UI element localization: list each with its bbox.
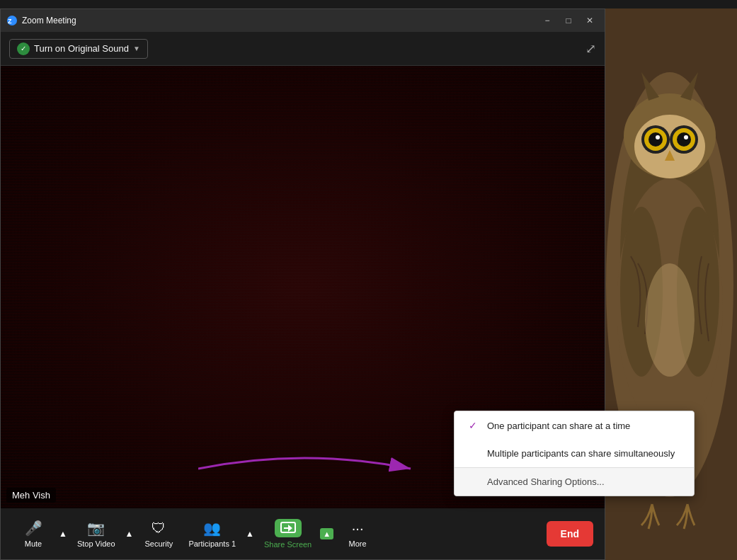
svg-point-13 xyxy=(656,135,660,139)
context-menu-item-advanced[interactable]: Advanced Sharing Options... xyxy=(455,468,694,496)
desktop-taskbar xyxy=(0,0,737,8)
svg-point-12 xyxy=(677,132,691,147)
minimize-button[interactable]: − xyxy=(538,13,556,28)
expand-button[interactable]: ⤢ xyxy=(585,41,596,57)
bottom-toolbar: 🎤 Mute ▲ 📷 Stop Video ▲ 🛡 Security 👥 Par… xyxy=(1,508,605,559)
more-dots-icon: ··· xyxy=(352,520,364,537)
video-caret-button[interactable]: ▲ xyxy=(124,526,135,542)
context-menu-item-multiple-participants[interactable]: Multiple participants can share simultan… xyxy=(455,440,694,467)
svg-marker-23 xyxy=(284,525,292,532)
window-controls: − □ ✕ xyxy=(538,13,599,28)
title-bar: Z Zoom Meeting − □ ✕ xyxy=(1,9,605,32)
security-shield-icon: 🛡 xyxy=(152,520,166,537)
shield-icon: ✓ xyxy=(17,42,30,55)
dropdown-arrow-icon: ▼ xyxy=(133,45,140,52)
checkmark-icon: ✓ xyxy=(469,420,480,431)
top-toolbar: ✓ Turn on Original Sound ▼ ⤢ xyxy=(1,32,605,66)
security-button[interactable]: 🛡 Security xyxy=(137,516,180,552)
svg-point-14 xyxy=(684,135,688,139)
participant-name-tag: Meh Vish xyxy=(6,488,56,503)
original-sound-label: Turn on Original Sound xyxy=(34,43,129,54)
participants-caret-button[interactable]: ▲ xyxy=(244,526,256,542)
window-title: Zoom Meeting xyxy=(22,16,538,25)
svg-point-19 xyxy=(645,263,695,377)
svg-text:Z: Z xyxy=(8,18,12,25)
stop-video-button[interactable]: 📷 Stop Video xyxy=(72,515,121,552)
maximize-button[interactable]: □ xyxy=(559,13,578,28)
camera-icon: 📷 xyxy=(87,520,105,537)
end-meeting-button[interactable]: End xyxy=(547,521,593,547)
mute-caret-button[interactable]: ▲ xyxy=(57,526,69,542)
context-menu: ✓ One participant can share at a time Mu… xyxy=(454,411,695,496)
zoom-app-icon: Z xyxy=(6,15,18,26)
microphone-icon: 🎤 xyxy=(25,520,42,537)
original-sound-button[interactable]: ✓ Turn on Original Sound ▼ xyxy=(9,39,148,59)
close-button[interactable]: ✕ xyxy=(581,13,599,28)
mute-button[interactable]: 🎤 Mute xyxy=(12,515,55,552)
share-screen-icon xyxy=(275,519,302,537)
participants-button[interactable]: 👥 Participants 1 xyxy=(183,515,241,552)
svg-point-11 xyxy=(649,132,663,147)
share-caret-button[interactable]: ▲ xyxy=(320,528,333,539)
share-screen-button[interactable]: Share Screen xyxy=(258,515,317,553)
participants-icon: 👥 xyxy=(203,520,221,537)
more-button[interactable]: ··· More xyxy=(336,516,379,552)
context-menu-item-one-participant[interactable]: ✓ One participant can share at a time xyxy=(455,411,694,440)
